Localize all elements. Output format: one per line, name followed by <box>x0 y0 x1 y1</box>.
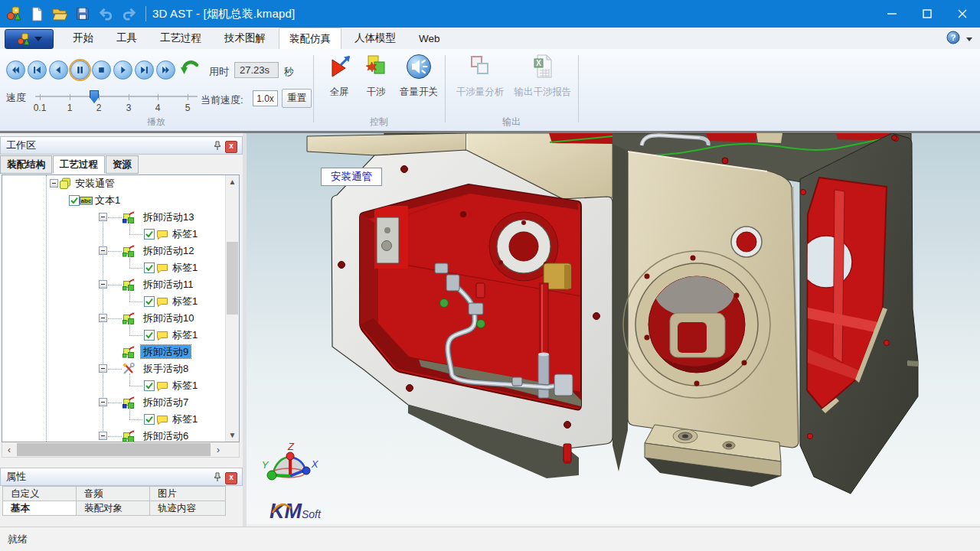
scroll-up-arrow[interactable]: ▲ <box>226 175 239 188</box>
volume-toggle-button[interactable]: 音量开关 <box>395 54 443 99</box>
fast-forward-button[interactable] <box>156 60 175 80</box>
tree-item-label[interactable]: 拆卸活动13 <box>141 210 196 223</box>
tree-checkbox[interactable] <box>144 330 155 341</box>
property-tab-图片[interactable]: 图片 <box>149 486 226 501</box>
stop-button[interactable] <box>92 60 111 80</box>
workspace-tab-0[interactable]: 装配结构 <box>0 155 52 174</box>
close-button[interactable] <box>945 0 980 28</box>
panel-splitter[interactable] <box>0 458 243 468</box>
tree-item-label[interactable]: 拆卸活动10 <box>141 311 196 324</box>
property-tab-装配对象[interactable]: 装配对象 <box>76 500 150 516</box>
tree-item-label[interactable]: 标签1 <box>170 412 200 425</box>
rewind-button[interactable] <box>6 60 25 80</box>
undo-icon[interactable] <box>96 5 115 23</box>
tree-checkbox[interactable] <box>144 414 155 425</box>
property-tab-基本[interactable]: 基本 <box>2 500 77 516</box>
ribbon-tab-5[interactable]: 人体模型 <box>345 28 406 49</box>
tree-checkbox[interactable] <box>69 195 80 206</box>
tree-checkbox[interactable] <box>144 380 155 391</box>
scrollbar-thumb[interactable] <box>227 242 238 315</box>
slider-thumb[interactable] <box>90 90 99 103</box>
tree-item-标签1[interactable]: 标签1 <box>2 377 239 394</box>
tree-checkbox[interactable] <box>144 262 155 273</box>
fullscreen-button[interactable]: 全屏 <box>322 54 356 99</box>
tree-item-label[interactable]: 标签1 <box>170 261 200 274</box>
tree-item-扳手活动8[interactable]: 扳手活动8 <box>2 360 239 377</box>
tree-item-label[interactable]: 标签1 <box>170 295 200 308</box>
save-icon[interactable] <box>74 5 92 23</box>
tree-item-label[interactable]: 拆卸活动6 <box>141 429 191 442</box>
tree-item-label[interactable]: 拆卸活动12 <box>141 244 196 257</box>
workspace-tab-1[interactable]: 工艺过程 <box>53 155 105 174</box>
tree-expander[interactable] <box>99 364 107 373</box>
tree-vertical-scrollbar[interactable]: ▲ ▼ <box>225 175 239 442</box>
new-file-icon[interactable] <box>28 5 46 23</box>
tree-item-拆卸活动12[interactable]: 拆卸活动12 <box>2 243 239 259</box>
tree-item-label[interactable]: 标签1 <box>170 227 200 240</box>
ribbon-tab-4[interactable]: 装配仿真 <box>279 28 341 50</box>
interference-button[interactable]: 干涉 <box>359 54 393 99</box>
open-file-icon[interactable] <box>51 5 69 23</box>
tree-item-label[interactable]: 标签1 <box>170 379 200 392</box>
tree-item-label[interactable]: 安装通管 <box>73 177 117 190</box>
play-button[interactable] <box>113 60 132 80</box>
redo-icon[interactable] <box>119 5 138 23</box>
interference-analysis-button[interactable]: 干涉量分析 <box>450 54 510 99</box>
tree-item-label[interactable]: 拆卸活动9 <box>141 345 191 358</box>
maximize-button[interactable] <box>910 0 945 28</box>
reset-button[interactable]: 重置 <box>282 89 312 108</box>
current-speed-value[interactable]: 1.0x <box>253 90 278 106</box>
ribbon-tab-2[interactable]: 工艺过程 <box>150 28 211 49</box>
scroll-down-arrow[interactable]: ▼ <box>226 429 239 442</box>
help-caret-icon[interactable] <box>966 37 972 41</box>
tree-item-标签1[interactable]: 标签1 <box>2 226 239 243</box>
tree-item-拆卸活动13[interactable]: 拆卸活动13 <box>2 209 239 226</box>
pause-button[interactable] <box>70 60 90 80</box>
tree-item-拆卸活动7[interactable]: 拆卸活动7 <box>2 394 239 411</box>
tree-expander[interactable] <box>99 213 107 221</box>
output-report-button[interactable]: X 输出干涉报告 <box>510 54 576 99</box>
tree-checkbox[interactable] <box>144 296 155 307</box>
skip-end-button[interactable] <box>135 60 154 80</box>
replay-icon[interactable] <box>181 60 199 80</box>
ribbon-tab-6[interactable]: Web <box>409 28 450 49</box>
tree-item-拆卸活动10[interactable]: 拆卸活动10 <box>2 310 239 327</box>
tree-item-标签1[interactable]: 标签1 <box>2 293 239 310</box>
play-back-button[interactable] <box>49 60 68 80</box>
skip-start-button[interactable] <box>28 60 47 80</box>
property-tab-音频[interactable]: 音频 <box>76 486 150 501</box>
tree-expander[interactable] <box>99 246 107 255</box>
tree-item-拆卸活动6[interactable]: 拆卸活动6 <box>2 428 239 442</box>
tree-expander[interactable] <box>99 280 107 289</box>
tree-expander[interactable] <box>99 314 107 322</box>
tree-item-label[interactable]: 文本1 <box>93 194 122 207</box>
tree-expander[interactable] <box>99 432 107 440</box>
workspace-tab-2[interactable]: 资源 <box>106 155 139 174</box>
tree-expander[interactable] <box>50 179 58 187</box>
tree-item-标签1[interactable]: 标签1 <box>2 259 239 276</box>
tree-item-拆卸活动11[interactable]: 拆卸活动11 <box>2 276 239 293</box>
pin-icon[interactable] <box>213 141 222 153</box>
tree-item-标签1[interactable]: 标签1 <box>2 411 239 428</box>
speed-slider[interactable] <box>34 90 198 103</box>
ribbon-tab-0[interactable]: 开始 <box>63 28 103 49</box>
help-icon[interactable]: ? <box>946 31 960 47</box>
scrollbar-thumb[interactable] <box>17 443 211 456</box>
properties-close-icon[interactable]: x <box>225 472 237 484</box>
viewport-3d[interactable]: Z X Y KM Soft 安装通管 <box>247 133 980 524</box>
pin-icon[interactable] <box>213 472 222 484</box>
tree-checkbox[interactable] <box>144 229 155 240</box>
property-tab-轨迹内容[interactable]: 轨迹内容 <box>149 500 226 516</box>
ribbon-tab-3[interactable]: 技术图解 <box>214 28 276 49</box>
tree-horizontal-scrollbar[interactable]: ‹ › <box>2 442 240 458</box>
tree-item-文本1[interactable]: abc文本1 <box>2 192 239 209</box>
tree-item-label[interactable]: 拆卸活动7 <box>141 396 191 409</box>
app-menu-button[interactable] <box>5 29 54 49</box>
tree-item-label[interactable]: 扳手活动8 <box>141 362 191 375</box>
tree-item-拆卸活动9[interactable]: 拆卸活动9 <box>2 344 239 360</box>
tree-expander[interactable] <box>99 398 107 406</box>
scroll-left-arrow[interactable]: ‹ <box>2 442 16 457</box>
workspace-close-icon[interactable]: x <box>225 141 237 153</box>
tree-item-label[interactable]: 拆卸活动11 <box>141 278 196 291</box>
scroll-right-arrow[interactable]: › <box>211 442 225 457</box>
